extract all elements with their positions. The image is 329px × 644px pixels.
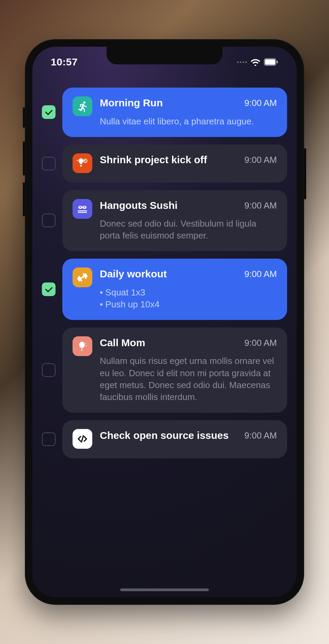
task-card-body: Morning Run9:00 AMNulla vitae elit liber… [100, 96, 277, 127]
running-icon [73, 96, 92, 116]
task-title: Morning Run [100, 96, 163, 109]
svg-rect-13 [80, 276, 84, 279]
task-row: Call Mom9:00 AMNullam quis risus eget ur… [42, 327, 287, 413]
svg-point-3 [83, 102, 85, 104]
task-time: 9:00 AM [245, 336, 277, 348]
task-card-header: Hangouts Sushi9:00 AM [100, 199, 277, 212]
task-card[interactable]: Check open source issues9:00 AM [62, 420, 287, 458]
task-description: Nulla vitae elit libero, a pharetra augu… [100, 116, 277, 127]
battery-icon [264, 58, 278, 66]
task-description: Donec sed odio dui. Vestibulum id ligula… [100, 218, 277, 242]
task-description: Nullam quis risus eget urna mollis ornar… [100, 355, 277, 403]
task-time: 9:00 AM [245, 96, 277, 108]
task-row: Hangouts Sushi9:00 AMDonec sed odio dui.… [42, 190, 287, 251]
task-card[interactable]: Call Mom9:00 AMNullam quis risus eget ur… [62, 327, 287, 413]
svg-rect-1 [265, 59, 275, 65]
task-description-list: Squat 1x3Push up 10x4 [100, 287, 277, 310]
svg-point-6 [80, 206, 81, 208]
task-card-body: Shrink project kick off9:00 AM [100, 153, 277, 173]
device-notch [107, 47, 222, 64]
device-frame: 10:57 Morning Run9:00 AMNulla vitae elit… [25, 39, 304, 605]
svg-point-16 [79, 342, 85, 348]
task-time: 9:00 AM [245, 199, 277, 211]
device-silent-switch [23, 107, 25, 128]
task-row: Shrink project kick off9:00 AM [42, 144, 287, 183]
dumbbell-icon [73, 267, 92, 287]
task-card-body: Call Mom9:00 AMNullam quis risus eget ur… [100, 336, 277, 403]
task-title: Shrink project kick off [100, 153, 207, 166]
task-checkbox[interactable] [42, 105, 56, 119]
device-volume-down [23, 182, 25, 216]
task-card[interactable]: Hangouts Sushi9:00 AMDonec sed odio dui.… [62, 190, 287, 251]
task-card-header: Daily workout9:00 AM [100, 267, 277, 280]
cellular-dots-icon [237, 61, 247, 63]
svg-rect-2 [277, 61, 278, 63]
task-checkbox[interactable] [42, 157, 56, 170]
task-description-item: Push up 10x4 [100, 298, 277, 310]
code-icon [73, 429, 92, 449]
sushi-icon [73, 199, 92, 219]
svg-point-17 [85, 343, 86, 344]
task-card-body: Check open source issues9:00 AM [100, 429, 277, 449]
screen: 10:57 Morning Run9:00 AMNulla vitae elit… [32, 47, 297, 597]
task-checkbox[interactable] [42, 282, 56, 296]
task-time: 9:00 AM [245, 429, 277, 441]
home-indicator[interactable] [120, 588, 209, 591]
idea-gear-icon [73, 153, 92, 173]
task-time: 9:00 AM [245, 267, 277, 279]
task-title: Hangouts Sushi [100, 199, 177, 212]
task-card-header: Call Mom9:00 AM [100, 336, 277, 349]
task-checkbox[interactable] [42, 214, 56, 227]
task-description-item: Squat 1x3 [100, 287, 277, 298]
svg-rect-9 [78, 210, 87, 211]
task-card-body: Hangouts Sushi9:00 AMDonec sed odio dui.… [100, 199, 277, 242]
task-row: Daily workout9:00 AMSquat 1x3Push up 10x… [42, 259, 287, 320]
task-card[interactable]: Morning Run9:00 AMNulla vitae elit liber… [62, 88, 287, 137]
task-card[interactable]: Daily workout9:00 AMSquat 1x3Push up 10x… [62, 259, 287, 320]
task-time: 9:00 AM [245, 153, 277, 165]
task-card-body: Daily workout9:00 AMSquat 1x3Push up 10x… [100, 267, 277, 310]
balloon-icon [73, 336, 92, 356]
task-checkbox[interactable] [42, 432, 56, 446]
task-card[interactable]: Shrink project kick off9:00 AM [62, 144, 287, 183]
wifi-icon [250, 58, 261, 66]
status-time: 10:57 [51, 56, 78, 68]
task-card-header: Check open source issues9:00 AM [100, 429, 277, 442]
svg-rect-10 [78, 212, 87, 213]
task-title: Call Mom [100, 336, 145, 349]
task-card-header: Morning Run9:00 AM [100, 96, 277, 109]
task-title: Daily workout [100, 267, 167, 280]
task-card-header: Shrink project kick off9:00 AM [100, 153, 277, 166]
task-checkbox[interactable] [42, 363, 56, 377]
status-indicators [237, 58, 278, 66]
svg-point-8 [84, 206, 85, 208]
device-volume-up [23, 141, 25, 175]
task-title: Check open source issues [100, 429, 229, 442]
task-row: Check open source issues9:00 AM [42, 420, 287, 458]
device-power-button [304, 148, 306, 199]
task-row: Morning Run9:00 AMNulla vitae elit liber… [42, 88, 287, 137]
task-list[interactable]: Morning Run9:00 AMNulla vitae elit liber… [32, 88, 297, 577]
